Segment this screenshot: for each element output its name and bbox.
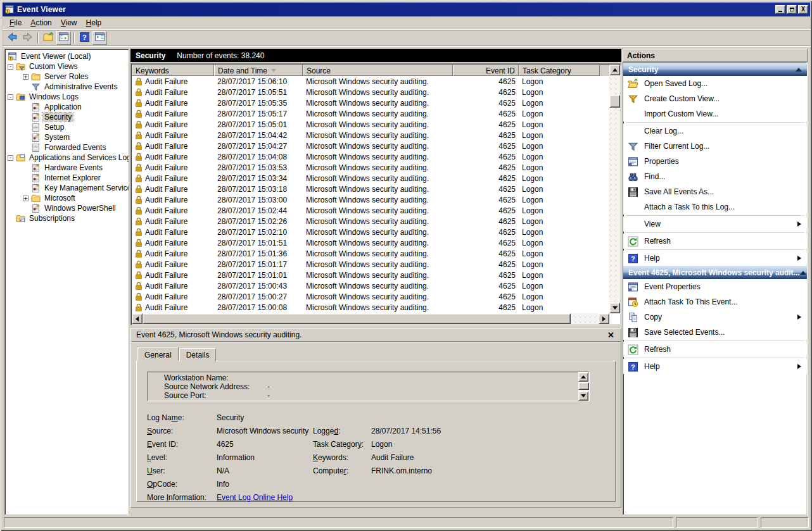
event-row[interactable]: Audit Failure28/07/2017 15:00:27Microsof… <box>132 291 609 302</box>
event-row[interactable]: Audit Failure28/07/2017 15:03:18Microsof… <box>132 184 609 194</box>
action-group-header[interactable]: Security <box>623 63 807 76</box>
tree-item-hardware-events[interactable]: Hardware Events <box>6 163 129 173</box>
event-description-box[interactable]: Workstation Name:Source Network Address:… <box>147 372 590 401</box>
event-row[interactable]: Audit Failure28/07/2017 15:05:17Microsof… <box>132 108 609 119</box>
event-row[interactable]: Audit Failure28/07/2017 15:01:17Microsof… <box>132 259 609 270</box>
action-group-header[interactable]: Event 4625, Microsoft Windows security a… <box>623 266 807 279</box>
action-clear-log[interactable]: Clear Log... <box>623 123 807 139</box>
tree-item-label[interactable]: Event Viewer (Local) <box>20 52 92 61</box>
action-find[interactable]: Find... <box>623 169 807 184</box>
event-row[interactable]: Audit Failure28/07/2017 15:03:53Microsof… <box>132 162 609 173</box>
tree-item-label[interactable]: Internet Explorer <box>43 173 102 182</box>
action-attach-a-task-to-this-log[interactable]: Attach a Task To this Log... <box>623 199 807 215</box>
action-filter-current-log[interactable]: Filter Current Log... <box>623 139 807 154</box>
event-row[interactable]: Audit Failure28/07/2017 15:04:08Microsof… <box>132 151 609 162</box>
tree-item-label[interactable]: Key Management Service <box>43 184 129 192</box>
tree-item-label[interactable]: Windows PowerShell <box>43 204 117 213</box>
chevron-up-icon[interactable] <box>800 271 806 275</box>
action-properties[interactable]: Properties <box>623 154 807 169</box>
menu-file[interactable]: File <box>5 17 26 28</box>
column-header-task-category[interactable]: Task Category <box>519 65 600 76</box>
horizontal-scroll-thumb[interactable] <box>143 313 571 324</box>
back-button[interactable] <box>5 31 20 45</box>
collapse-icon[interactable]: - <box>8 155 13 161</box>
action-refresh[interactable]: Refresh <box>623 342 807 357</box>
tab-details[interactable]: Details <box>179 348 217 361</box>
action-help[interactable]: ?Help <box>623 251 807 266</box>
column-header-event-id[interactable]: Event ID <box>453 65 519 76</box>
action-view[interactable]: View <box>623 216 807 232</box>
event-row[interactable]: Audit Failure28/07/2017 15:00:43Microsof… <box>132 280 609 291</box>
event-row[interactable]: Audit Failure28/07/2017 15:03:00Microsof… <box>132 194 609 205</box>
tab-general[interactable]: General <box>137 347 179 361</box>
action-copy[interactable]: Copy <box>623 309 807 325</box>
tree-item-microsoft[interactable]: +Microsoft <box>6 193 129 203</box>
horizontal-scrollbar[interactable] <box>132 313 609 324</box>
tree-item-label[interactable]: Security <box>43 113 73 122</box>
tree-item-label[interactable]: System <box>43 133 71 142</box>
tree-item-subscriptions[interactable]: Subscriptions <box>6 213 129 223</box>
tree-item-server-roles[interactable]: +Server Roles <box>6 72 129 82</box>
action-refresh[interactable]: Refresh <box>623 234 807 249</box>
close-button[interactable]: X <box>798 5 808 14</box>
tree-item-internet-explorer[interactable]: Internet Explorer <box>6 173 129 183</box>
action-import-custom-view[interactable]: Import Custom View... <box>623 106 807 122</box>
tree-item-application[interactable]: Application <box>6 102 129 112</box>
preview-close-button[interactable]: ✕ <box>606 331 616 339</box>
scroll-down-button[interactable] <box>609 303 620 313</box>
help-button[interactable]: ? <box>77 31 92 45</box>
menu-view[interactable]: View <box>56 17 82 28</box>
action-save-all-events-as[interactable]: Save All Events As... <box>623 184 807 199</box>
action-open-saved-log[interactable]: Open Saved Log... <box>623 76 807 91</box>
console-tree-toggle[interactable] <box>56 31 71 45</box>
tree-item-security[interactable]: Security <box>6 112 129 122</box>
forward-button[interactable] <box>20 31 35 45</box>
vertical-scrollbar[interactable] <box>609 65 620 313</box>
event-row[interactable]: Audit Failure28/07/2017 15:03:34Microsof… <box>132 173 609 184</box>
event-row[interactable]: Audit Failure28/07/2017 15:01:36Microsof… <box>132 248 609 259</box>
action-help[interactable]: ?Help <box>623 359 807 374</box>
tree-item-label[interactable]: Setup <box>43 123 65 132</box>
scroll-right-button[interactable] <box>599 313 609 324</box>
tree-item-label[interactable]: Microsoft <box>43 194 77 203</box>
tree-item-windows-powershell[interactable]: Windows PowerShell <box>6 203 129 213</box>
column-header-date-and-time[interactable]: Date and Time <box>214 65 303 76</box>
tree-item-windows-logs[interactable]: -Windows Logs <box>6 92 129 102</box>
desc-scroll-thumb[interactable] <box>578 382 589 390</box>
tree-item-label[interactable]: Subscriptions <box>28 214 76 223</box>
tree-item-label[interactable]: Windows Logs <box>28 92 80 101</box>
column-header-keywords[interactable]: Keywords <box>132 65 214 76</box>
event-row[interactable]: Audit Failure28/07/2017 15:02:44Microsof… <box>132 205 609 216</box>
tree-item-label[interactable]: Server Roles <box>43 72 89 81</box>
action-event-properties[interactable]: Event Properties <box>623 279 807 294</box>
tree-item-label[interactable]: Administrative Events <box>43 82 118 91</box>
tree-item-key-management-service[interactable]: Key Management Service <box>6 183 129 193</box>
title-bar[interactable]: Event Viewer X <box>3 3 810 16</box>
expand-icon[interactable]: + <box>23 196 29 201</box>
action-create-custom-view[interactable]: Create Custom View... <box>623 91 807 106</box>
event-row[interactable]: Audit Failure28/07/2017 15:05:35Microsof… <box>132 97 609 108</box>
tree-item-forwarded-events[interactable]: Forwarded Events <box>6 142 129 153</box>
menu-help[interactable]: Help <box>82 17 106 28</box>
action-save-selected-events[interactable]: Save Selected Events... <box>623 325 807 340</box>
tree-item-administrative-events[interactable]: Administrative Events <box>6 82 129 92</box>
event-row[interactable]: Audit Failure28/07/2017 15:01:01Microsof… <box>132 270 609 280</box>
tree-item-label[interactable]: Applications and Services Logs <box>28 153 129 162</box>
event-row[interactable]: Audit Failure28/07/2017 15:06:10Microsof… <box>132 76 609 87</box>
action-attach-task-to-this-event[interactable]: Attach Task To This Event... <box>623 294 807 309</box>
tree-item-event-viewer-local-[interactable]: Event Viewer (Local) <box>6 51 129 61</box>
collapse-icon[interactable]: - <box>8 64 13 70</box>
event-row[interactable]: Audit Failure28/07/2017 15:04:27Microsof… <box>132 141 609 151</box>
desc-scroll-up-button[interactable] <box>578 372 588 382</box>
desc-scroll-down-button[interactable] <box>578 391 588 401</box>
vertical-scroll-thumb[interactable] <box>609 95 620 108</box>
tree-item-label[interactable]: Hardware Events <box>43 163 104 172</box>
open-saved-log-button[interactable] <box>41 31 56 45</box>
event-row[interactable]: Audit Failure28/07/2017 15:02:26Microsof… <box>132 216 609 227</box>
event-log-online-help-link[interactable]: Event Log Online Help <box>217 493 313 502</box>
tree-item-label[interactable]: Forwarded Events <box>43 143 107 152</box>
tree-item-system[interactable]: System <box>6 132 129 142</box>
chevron-up-icon[interactable] <box>796 68 802 72</box>
tree-item-label[interactable]: Application <box>43 103 83 111</box>
expand-icon[interactable]: + <box>23 74 29 80</box>
